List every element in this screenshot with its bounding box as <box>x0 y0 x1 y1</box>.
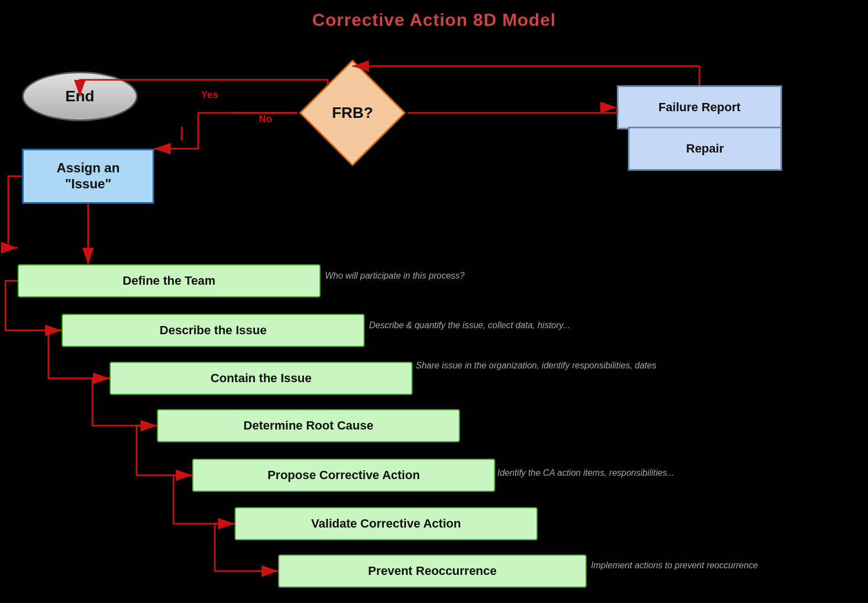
repair-box: Repair <box>628 127 782 171</box>
frb-label: FRB? <box>297 58 408 168</box>
svg-text:No: No <box>259 113 272 124</box>
side-text-2: Describe & quantify the issue, collect d… <box>369 320 570 330</box>
step7-label: Prevent Reoccurrence <box>368 564 497 578</box>
svg-text:Yes: Yes <box>201 89 218 100</box>
side-text-5: Identify the CA action items, responsibi… <box>497 468 674 478</box>
step-prevent-reoccurrence: Prevent Reoccurrence <box>278 555 587 588</box>
step-validate-ca: Validate Corrective Action <box>235 507 538 540</box>
step4-label: Determine Root Cause <box>243 419 373 433</box>
end-label: End <box>66 88 95 105</box>
step-contain-issue: Contain the Issue <box>110 362 413 395</box>
step1-label: Define the Team <box>123 274 215 288</box>
diagram-container: Corrective Action 8D Model End FRB? Assi… <box>0 0 868 603</box>
end-shape: End <box>22 72 138 121</box>
assign-issue-box: Assign an"Issue" <box>22 149 154 204</box>
side-text-1: Who will participate in this process? <box>325 271 464 281</box>
step6-label: Validate Corrective Action <box>311 517 461 531</box>
step2-label: Describe the Issue <box>160 323 267 338</box>
step-propose-ca: Propose Corrective Action <box>192 459 495 492</box>
step-root-cause: Determine Root Cause <box>157 409 460 442</box>
diagram-title: Corrective Action 8D Model <box>0 10 868 30</box>
step5-label: Propose Corrective Action <box>268 468 420 482</box>
step3-label: Contain the Issue <box>210 371 311 385</box>
frb-diamond: FRB? <box>297 58 408 168</box>
step-describe-issue: Describe the Issue <box>62 314 365 347</box>
step-define-team: Define the Team <box>18 264 321 297</box>
failure-report-label: Failure Report <box>658 100 740 115</box>
side-text-3: Share issue in the organization, identif… <box>416 361 657 371</box>
failure-report-box: Failure Report <box>617 85 782 129</box>
side-text-7: Implement actions to prevent reoccurrenc… <box>591 561 758 571</box>
assign-label: Assign an"Issue" <box>57 160 120 192</box>
repair-label: Repair <box>686 142 724 156</box>
